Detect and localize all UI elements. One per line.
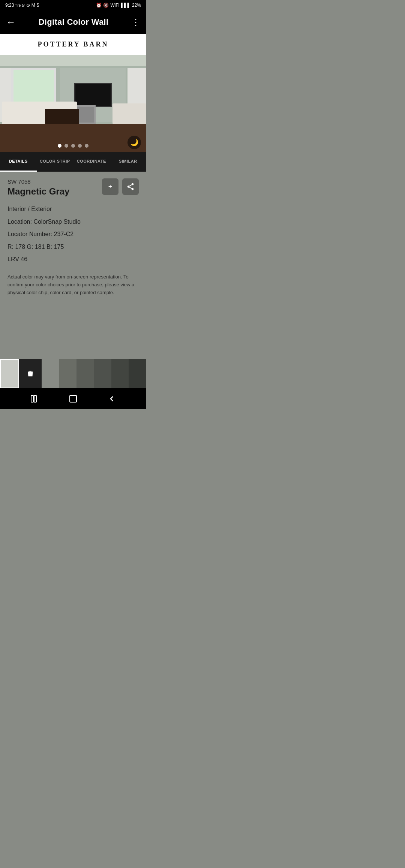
tabs-bar: DETAILS COLOR STRIP COORDINATE SIMILAR xyxy=(0,152,146,172)
back-nav-button[interactable] xyxy=(104,391,120,407)
room-tv xyxy=(74,83,112,107)
svg-line-3 xyxy=(129,187,132,189)
swatch-6[interactable] xyxy=(129,359,146,388)
back-nav-icon xyxy=(107,394,116,403)
home-button[interactable] xyxy=(65,391,81,407)
more-menu-button[interactable]: ⋮ xyxy=(131,17,140,27)
swatch-5[interactable] xyxy=(111,359,129,388)
color-code: SW 7058 xyxy=(8,178,69,185)
back-button[interactable]: ← xyxy=(6,16,16,28)
color-details: Interior / Exterior Location: ColorSnap … xyxy=(8,203,139,266)
mute-icon: 🔇 xyxy=(103,3,109,8)
tab-coordinate[interactable]: COORDINATE xyxy=(73,152,110,172)
alarm-icon: ⏰ xyxy=(96,3,102,8)
recent-apps-button[interactable] xyxy=(26,391,43,407)
room-floor xyxy=(0,124,146,152)
swatch-3[interactable] xyxy=(76,359,94,388)
details-panel: SW 7058 Magnetic Gray + Interior / Exter… xyxy=(0,172,146,359)
carousel-dot-4[interactable] xyxy=(78,144,82,148)
swatch-2[interactable] xyxy=(59,359,76,388)
delete-swatch-button[interactable] xyxy=(19,359,42,388)
status-bar: 9:23 fire tv ⊙ M $ ⏰ 🔇 WiFi ▌▌▌ 22% xyxy=(0,0,146,10)
firetv-icon: fire tv xyxy=(15,3,24,7)
color-type: Interior / Exterior xyxy=(8,203,139,216)
color-info: SW 7058 Magnetic Gray xyxy=(8,178,69,203)
carousel-dot-1[interactable] xyxy=(58,144,62,148)
swatch-4[interactable] xyxy=(94,359,111,388)
navigation-bar xyxy=(0,388,146,409)
tab-similar[interactable]: SIMILAR xyxy=(110,152,147,172)
circle-icon: ⊙ xyxy=(26,3,30,8)
signal-icon: ▌▌▌ xyxy=(121,3,130,8)
time-display: 9:23 xyxy=(5,3,14,8)
svg-point-0 xyxy=(132,183,134,186)
svg-rect-6 xyxy=(34,395,36,402)
color-strip-bar xyxy=(0,359,146,388)
svg-line-4 xyxy=(129,185,132,186)
dollar-icon: $ xyxy=(37,3,39,8)
trash-icon xyxy=(26,370,34,378)
add-to-palette-button[interactable]: + xyxy=(102,178,118,195)
status-left: 9:23 fire tv ⊙ M $ xyxy=(5,3,39,8)
color-lrv: LRV 46 xyxy=(8,253,139,266)
status-right: ⏰ 🔇 WiFi ▌▌▌ 22% xyxy=(96,3,141,8)
svg-rect-7 xyxy=(70,395,76,402)
room-ceiling xyxy=(0,55,146,66)
svg-rect-5 xyxy=(31,395,33,402)
carousel-dots xyxy=(58,144,88,148)
swatch-1[interactable] xyxy=(42,359,59,388)
svg-point-1 xyxy=(128,186,130,188)
color-name: Magnetic Gray xyxy=(8,186,69,197)
disclaimer-text: Actual color may vary from on-screen rep… xyxy=(8,273,139,296)
app-header: ← Digital Color Wall ⋮ xyxy=(0,10,146,34)
room-scene xyxy=(0,55,146,152)
brand-name: POTTERY BARN xyxy=(38,40,108,48)
share-icon xyxy=(126,183,135,191)
room-coffee-table xyxy=(45,109,79,124)
swatch-selected[interactable] xyxy=(0,359,19,388)
battery-display: 22% xyxy=(132,3,141,8)
room-sofa-right xyxy=(112,103,146,124)
home-icon xyxy=(69,394,78,403)
color-location: Location: ColorSnap Studio xyxy=(8,216,139,228)
gmail-icon: M xyxy=(32,3,35,8)
color-locator: Locator Number: 237-C2 xyxy=(8,228,139,241)
page-title: Digital Color Wall xyxy=(39,17,109,27)
color-rgb: R: 178 G: 181 B: 175 xyxy=(8,241,139,253)
night-mode-button[interactable]: 🌙 xyxy=(128,136,141,149)
wifi-icon: WiFi xyxy=(110,3,119,8)
carousel-dot-2[interactable] xyxy=(64,144,68,148)
action-buttons: + xyxy=(102,178,139,195)
color-header: SW 7058 Magnetic Gray + xyxy=(8,178,139,203)
recent-apps-icon xyxy=(30,394,39,403)
brand-bar: POTTERY BARN xyxy=(0,34,146,55)
svg-point-2 xyxy=(132,188,134,190)
share-button[interactable] xyxy=(122,178,139,195)
carousel-dot-5[interactable] xyxy=(85,144,88,148)
room-image: 🌙 xyxy=(0,55,146,152)
tab-details[interactable]: DETAILS xyxy=(0,152,37,172)
carousel-dot-3[interactable] xyxy=(71,144,75,148)
tab-color-strip[interactable]: COLOR STRIP xyxy=(37,152,74,172)
